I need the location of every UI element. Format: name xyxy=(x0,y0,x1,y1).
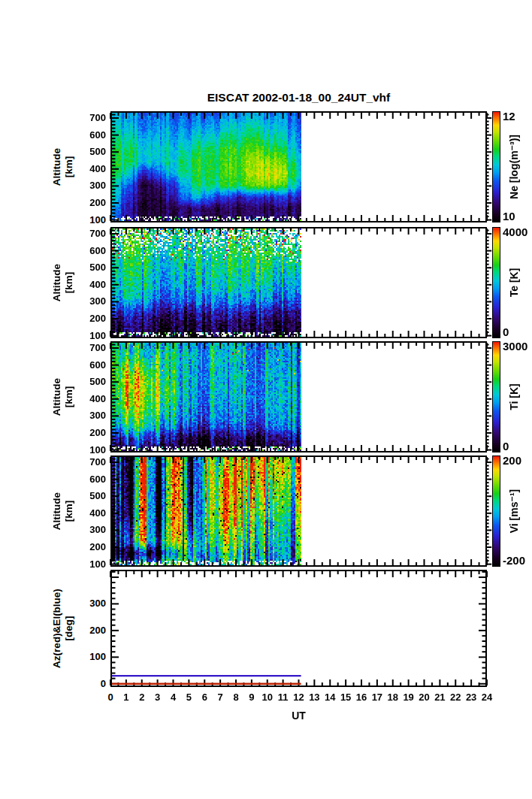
Vi-y-axis-label: Altitude[km] xyxy=(51,492,75,530)
Ti-y-tick-label: 700 xyxy=(74,343,106,353)
Vi-colorbar-title: Vi [ms⁻¹] xyxy=(508,489,520,533)
Vi-y-tick-label: 500 xyxy=(74,491,106,501)
Vi-axes xyxy=(110,455,487,567)
Vi-colorbar xyxy=(492,455,500,567)
Vi-y-tick-label: 600 xyxy=(74,474,106,485)
panel-Ne xyxy=(110,111,487,222)
Ti-axes xyxy=(110,341,487,452)
Ne-y-tick-label: 600 xyxy=(74,130,106,141)
Ti-y-tick-label: 400 xyxy=(74,394,106,404)
panel-Te xyxy=(110,227,487,338)
Ti-y-tick-label: 100 xyxy=(74,445,106,455)
Ne-y-tick-label: 400 xyxy=(74,164,106,174)
Te-colorbar-min-label: 0 xyxy=(503,326,509,337)
Ne-colorbar xyxy=(492,111,500,222)
Ne-colorbar-min-label: 10 xyxy=(503,210,515,222)
Ne-y-tick-label: 200 xyxy=(74,198,106,208)
Ne-colorbar-title: Ne [log(m⁻³)] xyxy=(508,135,520,199)
Te-colorbar-max-label: 4000 xyxy=(503,226,527,238)
Ne-y-axis-label: Altitude[km] xyxy=(51,148,75,186)
Ti-y-axis-label: Altitude[km] xyxy=(51,378,75,416)
Ne-axes xyxy=(110,111,487,222)
Vi-colorbar-min-label: -200 xyxy=(503,555,525,566)
Ne-colorbar-max-label: 12 xyxy=(503,110,515,122)
Vi-y-tick-label: 100 xyxy=(74,559,106,570)
panel-Ti xyxy=(110,341,487,452)
Ti-colorbar-max-label: 3000 xyxy=(503,340,527,352)
Te-colorbar-title: Te [K] xyxy=(508,268,520,298)
eiscat-figure: EISCAT 2002-01-18_00_24UT_vhf 0123456789… xyxy=(0,0,532,799)
Ne-y-tick-label: 300 xyxy=(74,180,106,191)
Ti-y-tick-label: 200 xyxy=(74,428,106,438)
Ti-colorbar xyxy=(492,341,500,452)
Te-y-tick-label: 700 xyxy=(74,229,106,239)
AzEl-y-tick-label: 200 xyxy=(74,625,106,636)
Ne-y-tick-label: 500 xyxy=(74,147,106,157)
Vi-y-tick-label: 400 xyxy=(74,508,106,519)
AzEl-y-tick-label: 0 xyxy=(74,679,106,689)
AzEl-y-tick-label: 100 xyxy=(74,652,106,662)
Ti-colorbar-title: Ti [K] xyxy=(508,383,520,410)
x-tick-label-24: 24 xyxy=(476,692,497,703)
AzEl-y-axis-label: Az(red)&El(blue)[deg] xyxy=(51,589,75,668)
Te-y-tick-label: 500 xyxy=(74,262,106,273)
Te-y-tick-label: 100 xyxy=(74,331,106,341)
Ti-colorbar-min-label: 0 xyxy=(503,440,509,452)
Ti-y-tick-label: 500 xyxy=(74,377,106,387)
Te-axes xyxy=(110,227,487,338)
panel-Vi xyxy=(110,455,487,567)
panel-AzEl xyxy=(110,570,487,687)
Vi-colorbar-max-label: 200 xyxy=(503,455,521,466)
x-axis-title: UT xyxy=(110,710,487,722)
Vi-y-tick-label: 300 xyxy=(74,525,106,535)
Te-y-tick-label: 600 xyxy=(74,246,106,256)
Ne-y-tick-label: 100 xyxy=(74,215,106,225)
Ne-y-tick-label: 700 xyxy=(74,113,106,123)
AzEl-axes xyxy=(110,570,487,687)
Vi-y-tick-label: 200 xyxy=(74,542,106,552)
Vi-y-tick-label: 700 xyxy=(74,457,106,468)
Te-colorbar xyxy=(492,227,500,338)
AzEl-y-tick-label: 300 xyxy=(74,598,106,609)
plot-title: EISCAT 2002-01-18_00_24UT_vhf xyxy=(110,91,487,104)
Ti-y-tick-label: 600 xyxy=(74,360,106,371)
Te-y-tick-label: 200 xyxy=(74,313,106,324)
Ti-y-tick-label: 300 xyxy=(74,410,106,421)
Te-y-tick-label: 400 xyxy=(74,280,106,290)
Te-y-axis-label: Altitude[km] xyxy=(51,264,75,301)
Te-y-tick-label: 300 xyxy=(74,296,106,307)
